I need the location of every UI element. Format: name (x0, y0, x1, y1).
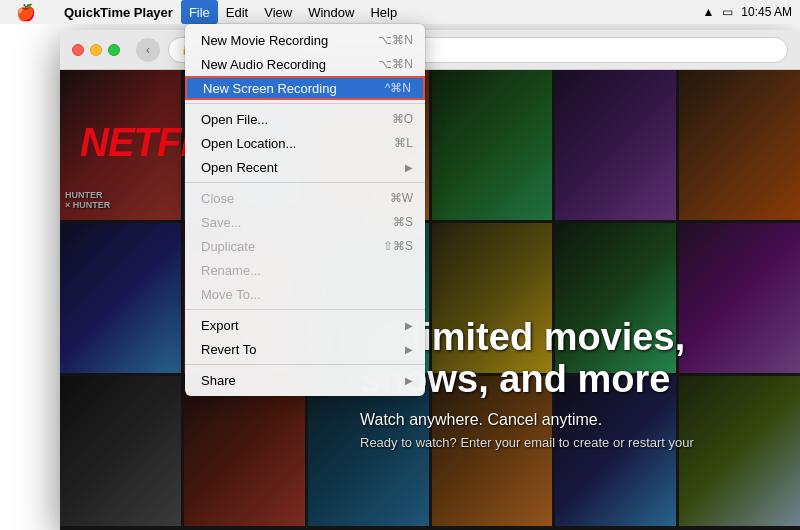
menu-item-label: Duplicate (201, 239, 255, 254)
menu-item-label: Revert To (201, 342, 256, 357)
poster-5 (555, 70, 676, 220)
browser-titlebar: ‹ 🔒 www.netflix.com/ph/ (60, 30, 800, 70)
menu-item-open-recent[interactable]: Open Recent ▶ (185, 155, 425, 179)
menu-item-open-file[interactable]: Open File... ⌘O (185, 107, 425, 131)
file-dropdown-menu: New Movie Recording ⌥⌘N New Audio Record… (185, 24, 425, 396)
back-button[interactable]: ‹ (136, 38, 160, 62)
menu-item-label: New Screen Recording (203, 81, 337, 96)
submenu-arrow-icon: ▶ (405, 320, 413, 331)
menu-item-label: Save... (201, 215, 241, 230)
menu-item-label: Close (201, 191, 234, 206)
menu-item-label: Open Location... (201, 136, 296, 151)
maximize-button[interactable] (108, 44, 120, 56)
menu-item-export[interactable]: Export ▶ (185, 313, 425, 337)
menu-item-shortcut: ⌥⌘N (378, 33, 413, 47)
menu-item-revert-to[interactable]: Revert To ▶ (185, 337, 425, 361)
menu-item-label: Export (201, 318, 239, 333)
menu-item-new-screen-recording[interactable]: New Screen Recording ^⌘N (185, 76, 425, 100)
hero-cta-text: Ready to watch? Enter your email to crea… (360, 435, 800, 450)
menu-item-shortcut: ⇧⌘S (383, 239, 413, 253)
poster-label: HUNTER× HUNTER (65, 190, 110, 210)
menu-item-shortcut: ⌘L (394, 136, 413, 150)
menu-item-save[interactable]: Save... ⌘S (185, 210, 425, 234)
menu-item-label: Share (201, 373, 236, 388)
menubar: 🍎 QuickTime Player File Edit View Window… (0, 0, 800, 24)
hero-sub-text: Watch anywhere. Cancel anytime. (360, 411, 800, 429)
menubar-right: ▲ ▭ 10:45 AM (702, 5, 792, 19)
poster-7 (60, 223, 181, 373)
browser-content: HUNTER× HUNTER NETFLIX Unlimited (60, 70, 800, 530)
traffic-lights (72, 44, 120, 56)
menu-item-label: Rename... (201, 263, 261, 278)
edit-menu[interactable]: Edit (218, 0, 256, 24)
nav-buttons: ‹ (136, 38, 160, 62)
submenu-arrow-icon: ▶ (405, 344, 413, 355)
separator-2 (185, 182, 425, 183)
poster-13 (60, 376, 181, 526)
menu-item-move-to[interactable]: Move To... (185, 282, 425, 306)
separator-1 (185, 103, 425, 104)
separator-3 (185, 309, 425, 310)
window-menu[interactable]: Window (300, 0, 362, 24)
menu-item-label: New Movie Recording (201, 33, 328, 48)
separator-4 (185, 364, 425, 365)
view-menu[interactable]: View (256, 0, 300, 24)
menu-item-shortcut: ⌥⌘N (378, 57, 413, 71)
battery-icon: ▭ (722, 5, 733, 19)
menu-item-new-movie-recording[interactable]: New Movie Recording ⌥⌘N (185, 28, 425, 52)
menu-item-new-audio-recording[interactable]: New Audio Recording ⌥⌘N (185, 52, 425, 76)
menu-item-share[interactable]: Share ▶ (185, 368, 425, 392)
poster-6 (679, 70, 800, 220)
menu-item-open-location[interactable]: Open Location... ⌘L (185, 131, 425, 155)
submenu-arrow-icon: ▶ (405, 375, 413, 386)
app-name[interactable]: QuickTime Player (56, 0, 181, 24)
menu-item-duplicate[interactable]: Duplicate ⇧⌘S (185, 234, 425, 258)
wifi-icon: ▲ (702, 5, 714, 19)
file-menu[interactable]: File (181, 0, 218, 24)
minimize-button[interactable] (90, 44, 102, 56)
menu-item-label: Open Recent (201, 160, 278, 175)
menu-item-shortcut: ⌘O (392, 112, 413, 126)
menu-item-close[interactable]: Close ⌘W (185, 186, 425, 210)
help-menu[interactable]: Help (362, 0, 405, 24)
menu-item-label: Move To... (201, 287, 261, 302)
menu-item-shortcut: ⌘W (390, 191, 413, 205)
time-display: 10:45 AM (741, 5, 792, 19)
browser-window: ‹ 🔒 www.netflix.com/ph/ HUNTER× HUNTER (60, 30, 800, 530)
poster-14 (184, 376, 305, 526)
close-button[interactable] (72, 44, 84, 56)
menu-item-shortcut: ^⌘N (385, 81, 411, 95)
poster-4 (432, 70, 553, 220)
menu-item-label: New Audio Recording (201, 57, 326, 72)
menu-item-shortcut: ⌘S (393, 215, 413, 229)
submenu-arrow-icon: ▶ (405, 162, 413, 173)
hero-main-text: Unlimited movies, shows, and more (360, 317, 800, 401)
netflix-hero-text: Unlimited movies, shows, and more Watch … (360, 317, 800, 450)
apple-menu[interactable]: 🍎 (8, 0, 44, 24)
menu-item-label: Open File... (201, 112, 268, 127)
menu-item-rename[interactable]: Rename... (185, 258, 425, 282)
